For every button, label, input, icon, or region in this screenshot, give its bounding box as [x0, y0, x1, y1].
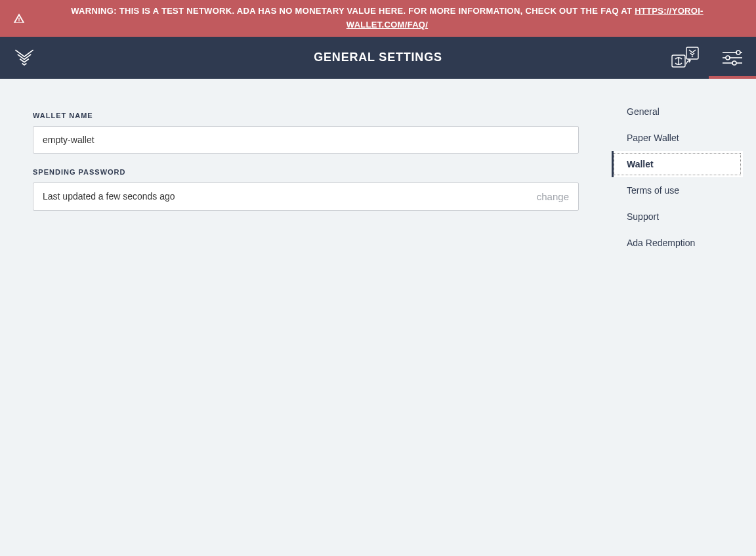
sidebar-item-terms-of-use[interactable]: Terms of use: [612, 177, 743, 203]
spending-password-label: SPENDING PASSWORD: [33, 168, 579, 176]
wallet-name-label: WALLET NAME: [33, 112, 579, 119]
settings-sidebar: General Paper Wallet Wallet Terms of use…: [612, 92, 743, 547]
sidebar-item-support[interactable]: Support: [612, 203, 743, 230]
sidebar-item-label: Terms of use: [627, 185, 679, 196]
yoroi-logo-icon[interactable]: [13, 47, 35, 69]
warning-icon: [13, 12, 25, 24]
svg-point-3: [736, 51, 740, 54]
warning-prefix: WARNING: THIS IS A TEST NETWORK. ADA HAS…: [71, 6, 635, 16]
svg-point-5: [726, 56, 730, 60]
spending-password-status: Last updated a few seconds ago: [43, 191, 175, 202]
sidebar-item-wallet[interactable]: Wallet: [612, 151, 743, 177]
sidebar-item-ada-redemption[interactable]: Ada Redemption: [612, 230, 743, 256]
warning-text: WARNING: THIS IS A TEST NETWORK. ADA HAS…: [32, 5, 743, 32]
page-title: GENERAL SETTINGS: [314, 51, 442, 64]
content-area: WALLET NAME SPENDING PASSWORD Last updat…: [0, 79, 756, 556]
sidebar-item-label: Wallet: [627, 159, 654, 169]
sidebar-item-label: General: [627, 106, 660, 117]
wallet-name-field-group: WALLET NAME: [33, 112, 579, 154]
sidebar-item-label: Paper Wallet: [627, 133, 679, 143]
spending-password-row: Last updated a few seconds ago change: [33, 182, 579, 211]
header-actions: [662, 37, 756, 79]
change-password-link[interactable]: change: [537, 191, 569, 202]
spending-password-field-group: SPENDING PASSWORD Last updated a few sec…: [33, 168, 579, 211]
daedalus-transfer-button[interactable]: [662, 37, 709, 79]
sidebar-item-label: Ada Redemption: [627, 238, 695, 248]
svg-point-7: [732, 61, 736, 65]
sidebar-item-paper-wallet[interactable]: Paper Wallet: [612, 125, 743, 151]
wallet-name-input[interactable]: [33, 126, 579, 154]
app-header: GENERAL SETTINGS: [0, 37, 756, 79]
svg-rect-1: [686, 47, 698, 59]
wallet-settings-card: WALLET NAME SPENDING PASSWORD Last updat…: [13, 92, 598, 258]
test-network-warning-bar: WARNING: THIS IS A TEST NETWORK. ADA HAS…: [0, 0, 756, 37]
sidebar-item-general[interactable]: General: [612, 98, 743, 125]
settings-button[interactable]: [709, 37, 756, 79]
sidebar-item-label: Support: [627, 211, 659, 222]
